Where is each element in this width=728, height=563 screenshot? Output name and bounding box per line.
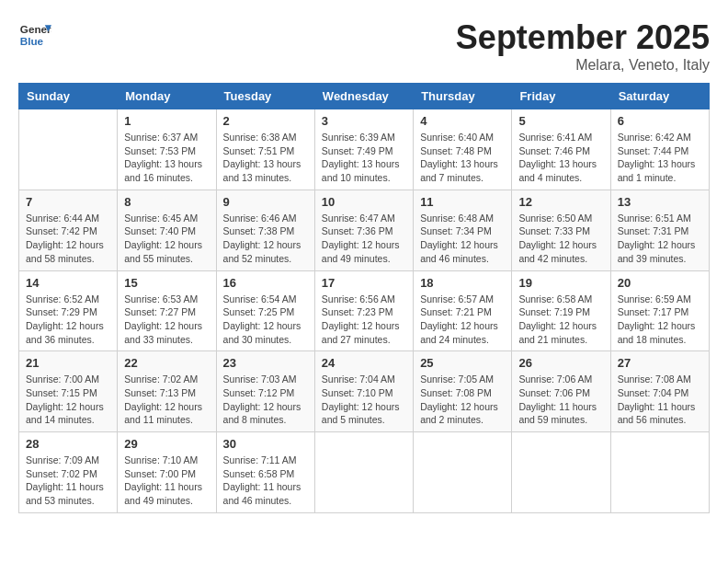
weekday-header-friday: Friday	[512, 84, 610, 109]
day-info: Sunrise: 6:44 AM Sunset: 7:42 PM Dayligh…	[26, 212, 110, 266]
day-cell-27: 27Sunrise: 7:08 AM Sunset: 7:04 PM Dayli…	[610, 351, 709, 432]
day-number: 21	[26, 356, 110, 370]
day-number: 11	[420, 195, 505, 209]
empty-cell	[414, 432, 512, 513]
weekday-header-sunday: Sunday	[19, 84, 118, 109]
day-info: Sunrise: 7:08 AM Sunset: 7:04 PM Dayligh…	[618, 373, 702, 427]
day-number: 3	[322, 114, 406, 128]
day-cell-5: 5Sunrise: 6:41 AM Sunset: 7:46 PM Daylig…	[512, 109, 610, 190]
day-number: 15	[124, 276, 209, 290]
weekday-header-row: SundayMondayTuesdayWednesdayThursdayFrid…	[19, 84, 710, 109]
day-info: Sunrise: 7:10 AM Sunset: 7:00 PM Dayligh…	[124, 454, 209, 508]
day-number: 27	[618, 356, 702, 370]
day-number: 2	[223, 114, 308, 128]
day-cell-16: 16Sunrise: 6:54 AM Sunset: 7:25 PM Dayli…	[216, 270, 314, 351]
location: Melara, Veneto, Italy	[456, 57, 710, 74]
day-info: Sunrise: 6:39 AM Sunset: 7:49 PM Dayligh…	[322, 131, 406, 185]
weekday-header-monday: Monday	[118, 84, 216, 109]
empty-cell	[610, 432, 709, 513]
day-number: 19	[518, 276, 603, 290]
day-cell-24: 24Sunrise: 7:04 AM Sunset: 7:10 PM Dayli…	[314, 351, 413, 432]
calendar-table: SundayMondayTuesdayWednesdayThursdayFrid…	[18, 83, 710, 513]
day-info: Sunrise: 6:47 AM Sunset: 7:36 PM Dayligh…	[322, 212, 406, 266]
day-cell-4: 4Sunrise: 6:40 AM Sunset: 7:48 PM Daylig…	[414, 109, 512, 190]
title-block: September 2025 Melara, Veneto, Italy	[456, 18, 710, 74]
month-title: September 2025	[456, 18, 710, 57]
day-number: 29	[124, 437, 209, 451]
day-info: Sunrise: 7:00 AM Sunset: 7:15 PM Dayligh…	[26, 373, 110, 427]
day-cell-28: 28Sunrise: 7:09 AM Sunset: 7:02 PM Dayli…	[19, 432, 118, 513]
day-info: Sunrise: 6:54 AM Sunset: 7:25 PM Dayligh…	[223, 293, 308, 347]
day-info: Sunrise: 7:06 AM Sunset: 7:06 PM Dayligh…	[518, 373, 603, 427]
day-info: Sunrise: 6:52 AM Sunset: 7:29 PM Dayligh…	[26, 293, 110, 347]
day-number: 4	[420, 114, 505, 128]
day-cell-15: 15Sunrise: 6:53 AM Sunset: 7:27 PM Dayli…	[118, 270, 216, 351]
day-info: Sunrise: 7:02 AM Sunset: 7:13 PM Dayligh…	[124, 373, 209, 427]
day-cell-21: 21Sunrise: 7:00 AM Sunset: 7:15 PM Dayli…	[19, 351, 118, 432]
day-cell-3: 3Sunrise: 6:39 AM Sunset: 7:49 PM Daylig…	[314, 109, 413, 190]
day-number: 16	[223, 276, 308, 290]
day-number: 14	[26, 276, 110, 290]
day-number: 25	[420, 356, 505, 370]
day-cell-13: 13Sunrise: 6:51 AM Sunset: 7:31 PM Dayli…	[610, 190, 709, 270]
week-row-1: 1Sunrise: 6:37 AM Sunset: 7:53 PM Daylig…	[19, 109, 710, 190]
day-cell-25: 25Sunrise: 7:05 AM Sunset: 7:08 PM Dayli…	[414, 351, 512, 432]
day-info: Sunrise: 6:56 AM Sunset: 7:23 PM Dayligh…	[322, 293, 406, 347]
day-cell-1: 1Sunrise: 6:37 AM Sunset: 7:53 PM Daylig…	[118, 109, 216, 190]
day-info: Sunrise: 7:04 AM Sunset: 7:10 PM Dayligh…	[322, 373, 406, 427]
day-number: 13	[618, 195, 702, 209]
day-cell-14: 14Sunrise: 6:52 AM Sunset: 7:29 PM Dayli…	[19, 270, 118, 351]
day-number: 17	[322, 276, 406, 290]
day-number: 23	[223, 356, 308, 370]
empty-cell	[512, 432, 610, 513]
day-number: 18	[420, 276, 505, 290]
day-info: Sunrise: 6:45 AM Sunset: 7:40 PM Dayligh…	[124, 212, 209, 266]
day-info: Sunrise: 6:58 AM Sunset: 7:19 PM Dayligh…	[518, 293, 603, 347]
day-number: 12	[518, 195, 603, 209]
day-info: Sunrise: 6:38 AM Sunset: 7:51 PM Dayligh…	[223, 131, 308, 185]
week-row-3: 14Sunrise: 6:52 AM Sunset: 7:29 PM Dayli…	[19, 270, 710, 351]
day-number: 8	[124, 195, 209, 209]
day-number: 9	[223, 195, 308, 209]
day-number: 6	[618, 114, 702, 128]
day-cell-18: 18Sunrise: 6:57 AM Sunset: 7:21 PM Dayli…	[414, 270, 512, 351]
day-number: 5	[518, 114, 603, 128]
day-cell-12: 12Sunrise: 6:50 AM Sunset: 7:33 PM Dayli…	[512, 190, 610, 270]
svg-text:Blue: Blue	[20, 35, 44, 47]
weekday-header-wednesday: Wednesday	[314, 84, 413, 109]
day-info: Sunrise: 7:09 AM Sunset: 7:02 PM Dayligh…	[26, 454, 110, 508]
day-info: Sunrise: 7:11 AM Sunset: 6:58 PM Dayligh…	[223, 454, 308, 508]
day-number: 28	[26, 437, 110, 451]
day-cell-19: 19Sunrise: 6:58 AM Sunset: 7:19 PM Dayli…	[512, 270, 610, 351]
empty-cell	[19, 109, 118, 190]
week-row-5: 28Sunrise: 7:09 AM Sunset: 7:02 PM Dayli…	[19, 432, 710, 513]
day-number: 22	[124, 356, 209, 370]
svg-text:General: General	[20, 23, 51, 35]
day-number: 1	[124, 114, 209, 128]
day-cell-6: 6Sunrise: 6:42 AM Sunset: 7:44 PM Daylig…	[610, 109, 709, 190]
day-cell-26: 26Sunrise: 7:06 AM Sunset: 7:06 PM Dayli…	[512, 351, 610, 432]
day-info: Sunrise: 6:37 AM Sunset: 7:53 PM Dayligh…	[124, 131, 209, 185]
day-number: 24	[322, 356, 406, 370]
day-cell-17: 17Sunrise: 6:56 AM Sunset: 7:23 PM Dayli…	[314, 270, 413, 351]
day-info: Sunrise: 6:48 AM Sunset: 7:34 PM Dayligh…	[420, 212, 505, 266]
weekday-header-saturday: Saturday	[610, 84, 709, 109]
day-number: 30	[223, 437, 308, 451]
day-info: Sunrise: 6:59 AM Sunset: 7:17 PM Dayligh…	[618, 293, 702, 347]
day-info: Sunrise: 6:57 AM Sunset: 7:21 PM Dayligh…	[420, 293, 505, 347]
page-header: General Blue September 2025 Melara, Vene…	[18, 18, 710, 74]
day-info: Sunrise: 6:46 AM Sunset: 7:38 PM Dayligh…	[223, 212, 308, 266]
week-row-4: 21Sunrise: 7:00 AM Sunset: 7:15 PM Dayli…	[19, 351, 710, 432]
day-info: Sunrise: 6:41 AM Sunset: 7:46 PM Dayligh…	[518, 131, 603, 185]
day-cell-9: 9Sunrise: 6:46 AM Sunset: 7:38 PM Daylig…	[216, 190, 314, 270]
day-cell-29: 29Sunrise: 7:10 AM Sunset: 7:00 PM Dayli…	[118, 432, 216, 513]
day-info: Sunrise: 6:40 AM Sunset: 7:48 PM Dayligh…	[420, 131, 505, 185]
day-cell-11: 11Sunrise: 6:48 AM Sunset: 7:34 PM Dayli…	[414, 190, 512, 270]
day-cell-8: 8Sunrise: 6:45 AM Sunset: 7:40 PM Daylig…	[118, 190, 216, 270]
day-info: Sunrise: 7:03 AM Sunset: 7:12 PM Dayligh…	[223, 373, 308, 427]
day-cell-20: 20Sunrise: 6:59 AM Sunset: 7:17 PM Dayli…	[610, 270, 709, 351]
day-number: 10	[322, 195, 406, 209]
logo: General Blue	[18, 18, 53, 52]
weekday-header-thursday: Thursday	[414, 84, 512, 109]
day-number: 26	[518, 356, 603, 370]
